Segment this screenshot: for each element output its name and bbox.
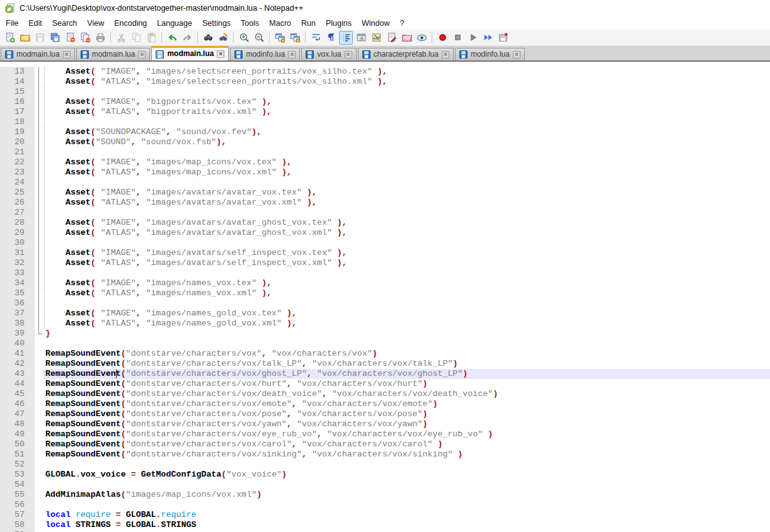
menu-item-help[interactable]: ? xyxy=(394,18,409,29)
code-text[interactable]: Asset( "ATLAS", "images/avatars/avatar_g… xyxy=(43,228,770,238)
code-text[interactable]: local STRINGS = GLOBAL.STRINGS xyxy=(43,520,770,530)
fold-margin[interactable] xyxy=(35,339,43,349)
menu-item-language[interactable]: Language xyxy=(152,18,197,29)
word-wrap-button[interactable] xyxy=(309,31,323,45)
code-text[interactable]: Asset( "IMAGE", "images/names_gold_vox.t… xyxy=(43,308,770,319)
fold-margin[interactable] xyxy=(35,450,43,460)
tab-vox-lua[interactable]: vox.lua× xyxy=(301,48,356,60)
code-text[interactable]: RemapSoundEvent("dontstarve/characters/v… xyxy=(43,409,770,419)
fold-margin[interactable] xyxy=(35,399,43,409)
code-text[interactable]: RemapSoundEvent("dontstarve/characters/v… xyxy=(43,429,770,439)
save-all-button[interactable] xyxy=(48,31,62,45)
fold-margin[interactable] xyxy=(35,308,43,319)
fold-margin[interactable] xyxy=(35,147,43,157)
code-line-22[interactable]: 22 Asset( "IMAGE", "images/map_icons/vox… xyxy=(0,157,770,167)
fold-margin[interactable] xyxy=(35,248,43,258)
menu-item-encoding[interactable]: Encoding xyxy=(109,18,152,29)
close-button[interactable] xyxy=(63,31,77,45)
code-text[interactable]: Asset( "ATLAS", "images/selectscreen_por… xyxy=(43,77,770,87)
show-indent-guide-button[interactable] xyxy=(339,31,353,45)
document-monitoring-button[interactable] xyxy=(415,31,428,45)
tab-modinfo-lua[interactable]: modinfo.lua× xyxy=(455,48,525,60)
find-button[interactable] xyxy=(201,31,215,45)
open-file-button[interactable] xyxy=(18,31,32,45)
code-line-39[interactable]: 39} xyxy=(0,329,770,339)
code-line-37[interactable]: 37 Asset( "IMAGE", "images/names_gold_vo… xyxy=(0,308,770,319)
fold-margin[interactable] xyxy=(35,178,43,188)
code-text[interactable]: RemapSoundEvent("dontstarve/characters/v… xyxy=(43,439,770,450)
code-line-20[interactable]: 20 Asset("SOUND", "sound/vox.fsb"), xyxy=(0,137,770,147)
menu-item-file[interactable]: File xyxy=(1,18,23,29)
menu-item-tools[interactable]: Tools xyxy=(236,18,264,29)
code-text[interactable] xyxy=(43,87,770,97)
code-line-33[interactable]: 33 xyxy=(0,268,770,278)
tab-modmain-lua-active[interactable]: modmain.lua× xyxy=(151,46,229,60)
undo-button[interactable] xyxy=(165,31,179,45)
code-line-52[interactable]: 52 xyxy=(0,460,770,470)
code-line-28[interactable]: 28 Asset( "IMAGE", "images/avatars/avata… xyxy=(0,218,770,228)
fold-margin[interactable] xyxy=(35,278,43,288)
fold-margin[interactable] xyxy=(35,460,43,470)
tab-modmain-lua[interactable]: modmain.lua× xyxy=(76,48,151,60)
fold-margin[interactable] xyxy=(35,470,43,480)
code-line-54[interactable]: 54 xyxy=(0,480,770,490)
fold-margin[interactable] xyxy=(35,419,43,429)
fold-margin[interactable] xyxy=(35,439,43,450)
save-button[interactable] xyxy=(33,31,47,45)
fold-margin[interactable] xyxy=(35,167,43,178)
code-line-40[interactable]: 40 xyxy=(0,339,770,349)
code-line-34[interactable]: 34 Asset( "IMAGE", "images/names_vox.tex… xyxy=(0,278,770,288)
code-text[interactable]: Asset( "IMAGE", "images/avatars/self_ins… xyxy=(43,248,770,258)
code-line-27[interactable]: 27 xyxy=(0,208,770,218)
record-macro-button[interactable] xyxy=(435,31,449,45)
menu-item-run[interactable]: Run xyxy=(296,18,321,29)
code-line-36[interactable]: 36 xyxy=(0,298,770,308)
menu-item-search[interactable]: Search xyxy=(47,18,83,29)
code-text[interactable]: RemapSoundEvent("dontstarve/characters/v… xyxy=(43,379,770,389)
code-text[interactable] xyxy=(43,208,770,218)
sync-horizontal-scroll-button[interactable] xyxy=(288,31,302,45)
code-text[interactable]: Asset( "ATLAS", "images/avatars/self_ins… xyxy=(43,258,770,268)
tab-close-icon[interactable]: × xyxy=(288,51,296,59)
code-line-23[interactable]: 23 Asset( "ATLAS", "images/map_icons/vox… xyxy=(0,167,770,178)
copy-button[interactable] xyxy=(129,31,143,45)
code-text[interactable] xyxy=(43,460,770,470)
fold-margin[interactable] xyxy=(35,389,43,399)
code-text[interactable]: RemapSoundEvent("dontstarve/characters/v… xyxy=(43,399,770,409)
code-text[interactable] xyxy=(43,480,770,490)
code-text[interactable]: } xyxy=(43,329,770,339)
code-text[interactable] xyxy=(43,268,770,278)
code-line-38[interactable]: 38 Asset( "ATLAS", "images/names_gold_vo… xyxy=(0,319,770,329)
show-all-characters-button[interactable] xyxy=(324,31,338,45)
tab-close-icon[interactable]: × xyxy=(442,51,449,59)
code-line-42[interactable]: 42RemapSoundEvent("dontstarve/characters… xyxy=(0,359,770,369)
code-line-50[interactable]: 50RemapSoundEvent("dontstarve/characters… xyxy=(0,439,770,450)
code-text[interactable] xyxy=(43,147,770,157)
code-line-21[interactable]: 21 xyxy=(0,147,770,157)
code-text[interactable]: Asset( "IMAGE", "images/map_icons/vox.te… xyxy=(43,157,770,167)
code-text[interactable] xyxy=(43,178,770,188)
code-text[interactable]: Asset("SOUNDPACKAGE", "sound/vox.fev"), xyxy=(43,127,770,137)
fold-margin[interactable] xyxy=(35,208,43,218)
save-macro-button[interactable] xyxy=(496,31,510,45)
code-line-56[interactable]: 56 xyxy=(0,500,770,510)
code-line-46[interactable]: 46RemapSoundEvent("dontstarve/characters… xyxy=(0,399,770,409)
code-text[interactable]: AddMinimapAtlas("images/map_icons/vox.xm… xyxy=(43,490,770,500)
code-line-15[interactable]: 15 xyxy=(0,87,770,97)
code-text[interactable]: Asset( "IMAGE", "bigportraits/vox.tex" )… xyxy=(43,97,770,107)
fold-margin[interactable] xyxy=(35,520,43,530)
fold-margin[interactable] xyxy=(35,369,43,379)
code-line-53[interactable]: 53GLOBAL.vox_voice = GetModConfigData("v… xyxy=(0,470,770,480)
fold-margin[interactable] xyxy=(35,359,43,369)
code-text[interactable]: Asset( "IMAGE", "images/avatars/avatar_v… xyxy=(43,188,770,198)
code-line-51[interactable]: 51RemapSoundEvent("dontstarve/characters… xyxy=(0,450,770,460)
menu-item-settings[interactable]: Settings xyxy=(197,18,236,29)
code-line-43[interactable]: 43RemapSoundEvent("dontstarve/characters… xyxy=(0,369,770,379)
code-text[interactable]: Asset( "ATLAS", "images/map_icons/vox.xm… xyxy=(43,167,770,178)
code-line-49[interactable]: 49RemapSoundEvent("dontstarve/characters… xyxy=(0,429,770,439)
fold-margin[interactable] xyxy=(35,127,43,137)
code-text[interactable]: Asset("SOUND", "sound/vox.fsb"), xyxy=(43,137,770,147)
redo-button[interactable] xyxy=(180,31,194,45)
paste-button[interactable] xyxy=(144,31,158,45)
fold-margin[interactable] xyxy=(35,228,43,238)
